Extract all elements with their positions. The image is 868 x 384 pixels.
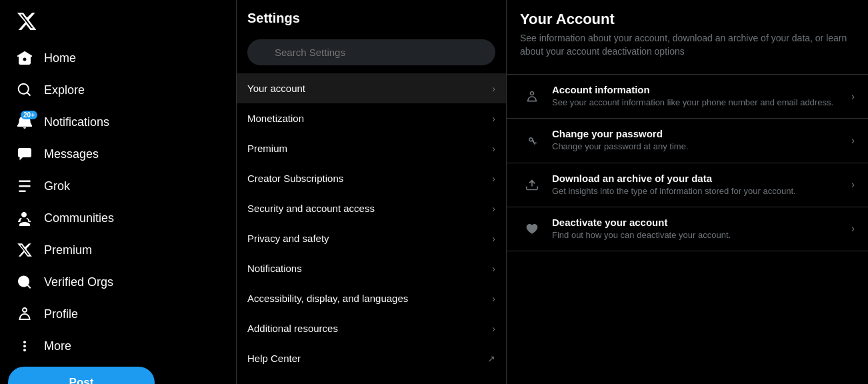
sidebar-item-premium-label: Premium: [44, 243, 92, 257]
chevron-right-icon: ›: [492, 203, 495, 214]
explore-icon: [16, 81, 33, 99]
communities-icon: [16, 209, 33, 227]
sidebar-item-profile-label: Profile: [44, 307, 78, 321]
settings-item-monetization-label: Monetization: [247, 113, 304, 124]
chevron-right-icon: ›: [492, 293, 495, 304]
sidebar-item-communities[interactable]: Communities: [8, 203, 228, 233]
messages-icon: [16, 145, 33, 163]
sidebar-nav: Home Explore 20+ Notifications Messages: [8, 43, 228, 361]
settings-item-accessibility[interactable]: Accessibility, display, and languages ›: [237, 283, 506, 313]
chevron-right-icon: ›: [492, 113, 495, 124]
settings-item-premium-label: Premium: [247, 143, 287, 154]
account-information-desc: See your account information like your p…: [552, 97, 846, 109]
heart-icon: [520, 217, 544, 241]
settings-item-privacy[interactable]: Privacy and safety ›: [237, 223, 506, 253]
settings-item-monetization[interactable]: Monetization ›: [237, 103, 506, 133]
settings-item-additional-resources-label: Additional resources: [247, 323, 338, 334]
sidebar-item-home-label: Home: [44, 51, 76, 65]
settings-item-premium[interactable]: Premium ›: [237, 133, 506, 163]
chevron-right-icon: ›: [851, 223, 855, 235]
option-text-download-archive: Download an archive of your data Get ins…: [552, 173, 846, 197]
settings-item-security-label: Security and account access: [247, 203, 375, 214]
deactivate-account-title: Deactivate your account: [552, 217, 846, 228]
chevron-right-icon: ›: [492, 143, 495, 154]
settings-item-help-center[interactable]: Help Center ↗: [237, 343, 506, 373]
deactivate-account-desc: Find out how you can deactivate your acc…: [552, 229, 846, 241]
post-button[interactable]: Post: [8, 367, 155, 384]
sidebar-item-notifications-label: Notifications: [44, 115, 109, 129]
settings-item-security[interactable]: Security and account access ›: [237, 193, 506, 223]
account-panel: Your Account See information about your …: [507, 0, 868, 384]
settings-item-your-account[interactable]: Your account ›: [237, 73, 506, 103]
external-link-icon: ↗: [487, 353, 495, 364]
sidebar-item-explore-label: Explore: [44, 83, 85, 97]
settings-item-creator-subscriptions-label: Creator Subscriptions: [247, 173, 343, 184]
sidebar-item-communities-label: Communities: [44, 211, 114, 225]
notification-badge: 20+: [21, 111, 37, 119]
verified-orgs-icon: [16, 273, 33, 291]
x-logo-icon: [16, 11, 37, 32]
sidebar-item-grok[interactable]: Grok: [8, 171, 228, 201]
option-text-deactivate-account: Deactivate your account Find out how you…: [552, 217, 846, 241]
sidebar-item-home[interactable]: Home: [8, 43, 228, 73]
x-logo[interactable]: [8, 5, 228, 40]
option-text-change-password: Change your password Change your passwor…: [552, 128, 846, 153]
chevron-right-icon: ›: [851, 135, 855, 147]
search-settings-input[interactable]: [247, 39, 495, 65]
account-information-title: Account information: [552, 84, 846, 95]
account-header: Your Account See information about your …: [507, 0, 868, 63]
settings-item-creator-subscriptions[interactable]: Creator Subscriptions ›: [237, 163, 506, 193]
settings-list: Your account › Monetization › Premium › …: [237, 73, 506, 384]
chevron-right-icon: ›: [492, 173, 495, 184]
more-icon: [16, 337, 33, 355]
sidebar-item-verified-orgs-label: Verified Orgs: [44, 275, 113, 289]
settings-item-additional-resources[interactable]: Additional resources ›: [237, 313, 506, 343]
sidebar-item-grok-label: Grok: [44, 179, 70, 193]
settings-item-notifications[interactable]: Notifications ›: [237, 253, 506, 283]
settings-item-accessibility-label: Accessibility, display, and languages: [247, 293, 408, 304]
account-option-change-password[interactable]: Change your password Change your passwor…: [507, 119, 868, 163]
key-icon: [520, 129, 544, 153]
settings-item-notifications-label: Notifications: [247, 263, 302, 274]
settings-title: Settings: [237, 0, 506, 34]
download-icon: [520, 173, 544, 197]
chevron-right-icon: ›: [851, 91, 855, 103]
person-icon: [520, 85, 544, 109]
account-subtitle: See information about your account, down…: [520, 32, 853, 58]
sidebar-item-explore[interactable]: Explore: [8, 75, 228, 105]
sidebar-item-more[interactable]: More: [8, 331, 228, 361]
change-password-desc: Change your password at any time.: [552, 141, 846, 153]
search-settings-wrap: [237, 34, 506, 73]
chevron-right-icon: ›: [492, 233, 495, 244]
chevron-right-icon: ›: [492, 263, 495, 274]
sidebar-item-messages[interactable]: Messages: [8, 139, 228, 169]
download-archive-title: Download an archive of your data: [552, 173, 846, 184]
option-text-account-information: Account information See your account inf…: [552, 84, 846, 109]
account-option-account-information[interactable]: Account information See your account inf…: [507, 74, 868, 119]
sidebar-item-profile[interactable]: Profile: [8, 299, 228, 329]
sidebar-item-more-label: More: [44, 339, 71, 353]
settings-item-privacy-label: Privacy and safety: [247, 233, 329, 244]
change-password-title: Change your password: [552, 128, 846, 139]
sidebar-item-premium[interactable]: Premium: [8, 235, 228, 265]
settings-panel: Settings Your account › Monetization › P…: [237, 0, 507, 384]
chevron-right-icon: ›: [492, 83, 495, 94]
grok-icon: [16, 177, 33, 195]
settings-item-help-center-label: Help Center: [247, 353, 301, 364]
settings-item-your-account-label: Your account: [247, 83, 305, 94]
sidebar-item-verified-orgs[interactable]: Verified Orgs: [8, 267, 228, 297]
account-option-deactivate-account[interactable]: Deactivate your account Find out how you…: [507, 207, 868, 251]
account-options: Account information See your account inf…: [507, 74, 868, 251]
chevron-right-icon: ›: [851, 179, 855, 191]
sidebar-item-messages-label: Messages: [44, 147, 99, 161]
download-archive-desc: Get insights into the type of informatio…: [552, 185, 846, 197]
chevron-right-icon: ›: [492, 323, 495, 334]
profile-icon: [16, 305, 33, 323]
home-icon: [16, 49, 33, 67]
sidebar: Home Explore 20+ Notifications Messages: [0, 0, 237, 384]
account-title: Your Account: [520, 11, 855, 28]
notifications-icon: 20+: [16, 113, 33, 131]
premium-icon: [16, 241, 33, 259]
account-option-download-archive[interactable]: Download an archive of your data Get ins…: [507, 163, 868, 207]
sidebar-item-notifications[interactable]: 20+ Notifications: [8, 107, 228, 137]
